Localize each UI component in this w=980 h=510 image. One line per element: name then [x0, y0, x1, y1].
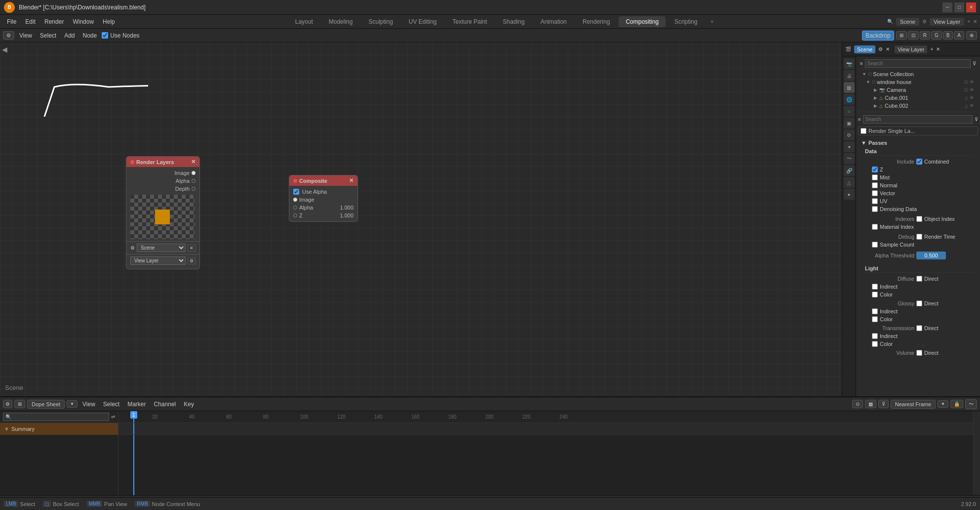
transmission-color-checkbox[interactable] [872, 341, 878, 347]
timeline-select-btn[interactable]: Select [100, 400, 122, 409]
diffuse-direct-checkbox[interactable] [916, 276, 922, 282]
composite-alpha-socket[interactable] [293, 206, 297, 210]
timeline-search-exchange-icon[interactable]: ⇄ [111, 414, 115, 420]
tab-texture-paint[interactable]: Texture Paint [446, 16, 494, 27]
glossy-direct-checkbox[interactable] [916, 300, 922, 306]
timeline-editor-type-btn[interactable]: ⚙ [3, 400, 12, 408]
use-alpha-checkbox[interactable] [293, 189, 299, 195]
menu-help[interactable]: Help [99, 17, 119, 26]
toolbar-node-label[interactable]: Node [80, 31, 100, 40]
menu-edit[interactable]: Edit [21, 17, 39, 26]
tab-animation[interactable]: Animation [534, 16, 574, 27]
z-checkbox[interactable] [872, 167, 878, 172]
tab-uv-editing[interactable]: UV Editing [402, 16, 444, 27]
backdrop-icon-6[interactable]: A [954, 31, 964, 40]
glossy-indirect-checkbox[interactable] [872, 308, 878, 314]
outliner-cube002[interactable]: ▶ △ Cube.002 △ 👁 [858, 102, 978, 110]
toolbar-add-label[interactable]: Add [61, 31, 78, 40]
backdrop-icon-4[interactable]: G [931, 31, 942, 40]
combined-checkbox[interactable] [916, 159, 922, 165]
toolbar-view-button[interactable]: ⚙ [3, 31, 14, 40]
prop-icon-constraints[interactable]: 🔗 [844, 165, 855, 176]
backdrop-icon-2[interactable]: ⊡ [908, 31, 919, 40]
cube001-vis[interactable]: △ 👁 [965, 95, 974, 100]
add-workspace-button[interactable]: + [706, 16, 718, 27]
current-frame-indicator[interactable]: 1 [130, 411, 137, 419]
view-layer-select[interactable]: View Layer [130, 256, 186, 265]
timeline-snap-btn[interactable]: 🔒 [950, 400, 963, 408]
toolbar-view-label[interactable]: View [16, 31, 35, 40]
prop-icon-scene[interactable]: 🌐 [844, 94, 855, 105]
volume-direct-checkbox[interactable] [916, 350, 922, 356]
prop-icon-particles[interactable]: ✦ [844, 141, 855, 152]
tab-shading[interactable]: Shading [496, 16, 532, 27]
image-socket[interactable] [192, 171, 196, 175]
alpha-threshold-value[interactable]: 0.500 [916, 252, 946, 259]
timeline-cache-btn[interactable]: ▦ [865, 400, 876, 408]
timeline-sync-btn[interactable]: ⊙ [852, 400, 863, 408]
scene-refresh-button[interactable]: ✕ [188, 245, 196, 252]
depth-socket[interactable] [192, 187, 196, 191]
glossy-color-checkbox[interactable] [872, 316, 878, 322]
menu-window[interactable]: Window [69, 17, 98, 26]
render-single-layer-checkbox[interactable] [861, 128, 866, 134]
outliner-scene-collection[interactable]: ▼ □ Scene Collection [858, 70, 978, 78]
backdrop-icon-1[interactable]: ⊞ [896, 31, 907, 40]
transmission-direct-checkbox[interactable] [916, 325, 922, 331]
timeline-filter-btn[interactable]: ⊽ [878, 400, 889, 408]
composite-close-button[interactable]: ✕ [349, 177, 353, 184]
props-search[interactable] [863, 115, 973, 124]
scene-select[interactable]: Scene [137, 244, 186, 252]
camera-vis[interactable]: ☑ 👁 [964, 87, 974, 92]
prop-icon-world[interactable]: ○ [844, 106, 855, 117]
backdrop-icon-3[interactable]: R [920, 31, 930, 40]
denoising-checkbox[interactable] [872, 206, 878, 212]
prop-icon-data[interactable]: △ [844, 177, 855, 188]
backdrop-button[interactable]: Backdrop [862, 31, 894, 41]
tab-scripting[interactable]: Scripting [667, 16, 705, 27]
cube002-vis[interactable]: △ 👁 [965, 103, 974, 108]
use-nodes-toggle[interactable]: Use Nodes [102, 32, 139, 39]
view-layer-edit-button[interactable]: ⚙ [188, 257, 196, 264]
view-layer-name[interactable]: View Layer [895, 45, 927, 53]
prop-icon-render[interactable]: 📷 [844, 58, 855, 69]
node-close-button[interactable]: ✕ [191, 159, 196, 165]
tab-rendering[interactable]: Rendering [576, 16, 617, 27]
outliner-window-house[interactable]: ▼ □ window house ☑ 👁 [858, 78, 978, 86]
menu-render[interactable]: Render [40, 17, 68, 26]
composite-node[interactable]: Composite ✕ Use Alpha Image Alpha 1.000 [289, 175, 358, 222]
panel-collapse-arrow[interactable]: ◀ [2, 45, 7, 53]
vector-checkbox[interactable] [872, 190, 878, 196]
prop-icon-output[interactable]: 🖨 [844, 70, 855, 81]
window-house-vis[interactable]: ☑ 👁 [964, 80, 974, 85]
diffuse-color-checkbox[interactable] [872, 292, 878, 298]
use-nodes-checkbox[interactable] [102, 32, 108, 39]
outliner-camera[interactable]: ▶ 📷 Camera ☑ 👁 [858, 86, 978, 94]
timeline-wave-btn[interactable]: 〜 [965, 399, 977, 409]
timeline-right-scrollbar[interactable] [973, 411, 980, 495]
minimize-button[interactable]: ─ [942, 2, 952, 12]
prop-icon-physics[interactable]: 〜 [844, 153, 855, 164]
scene-name[interactable]: Scene [854, 45, 875, 53]
render-layers-node[interactable]: Render Layers ✕ Image Alpha Depth [126, 156, 200, 269]
alpha-socket[interactable] [192, 179, 196, 183]
dope-sheet-dropdown-btn[interactable]: ▼ [67, 400, 78, 408]
prop-icon-modifier[interactable]: ⚙ [844, 129, 855, 140]
close-button[interactable]: ✕ [966, 2, 976, 12]
timeline-key-btn[interactable]: Key [181, 400, 197, 409]
tab-layout[interactable]: Layout [288, 16, 320, 27]
composite-image-socket[interactable] [293, 198, 297, 202]
timeline-view-btn[interactable]: View [79, 400, 98, 409]
dope-sheet-label[interactable]: Dope Sheet [27, 400, 65, 409]
timeline-search-input[interactable] [3, 413, 109, 421]
outliner-search[interactable] [865, 59, 971, 68]
diffuse-indirect-checkbox[interactable] [872, 284, 878, 290]
normal-checkbox[interactable] [872, 182, 878, 188]
tab-sculpting[interactable]: Sculpting [361, 16, 399, 27]
toolbar-select-label[interactable]: Select [37, 31, 59, 40]
dope-sheet-mode-btn[interactable]: ⊞ [14, 400, 25, 408]
material-index-checkbox[interactable] [872, 224, 878, 230]
sample-count-checkbox[interactable] [872, 242, 878, 248]
empty-timeline-area[interactable] [118, 435, 973, 495]
prop-icon-view-layer[interactable]: ▦ [844, 82, 855, 93]
